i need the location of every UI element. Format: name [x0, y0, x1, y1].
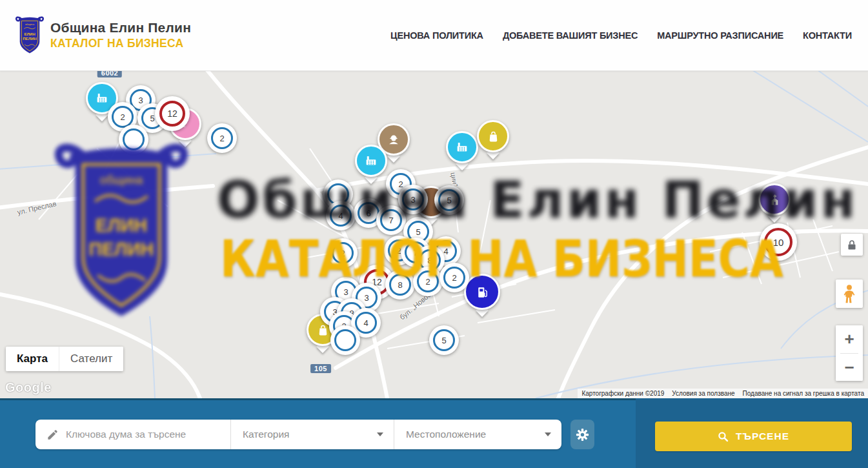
map-cluster-marker[interactable]: 8 — [385, 270, 415, 300]
map-cluster-marker[interactable]: 12 — [155, 96, 190, 131]
map-pin-marker-factory[interactable] — [355, 145, 387, 184]
map-pin-marker-church[interactable] — [758, 183, 791, 223]
lock-icon — [847, 239, 856, 250]
search-button[interactable]: ТЪРСЕНЕ — [655, 422, 852, 451]
nav-route-schedule[interactable]: МАРШРУТНО РАЗПИСАНИЕ — [657, 30, 783, 41]
nav-contacts[interactable]: КОНТАКТИ — [803, 30, 852, 41]
nav-add-your-business[interactable]: ДОБАВЕТЕ ВАШИЯТ БИЗНЕС — [503, 30, 638, 41]
brand-text: Община Елин Пелин КАТАЛОГ НА БИЗНЕСА — [50, 20, 191, 50]
map-pin-marker-bag[interactable] — [477, 120, 509, 159]
search-form: Категория Местоположение — [35, 420, 561, 449]
logo-name-line2: ПЕЛИН — [23, 36, 37, 41]
map-cluster-marker[interactable]: 2 — [207, 123, 237, 153]
map-attribution: Картографски данни ©2019 Условия за полз… — [578, 389, 868, 398]
lock-button[interactable] — [841, 234, 863, 256]
search-button-label: ТЪРСЕНЕ — [736, 431, 789, 442]
attribution-report-error-link[interactable]: Подаване на сигнал за грешка в картата — [743, 390, 864, 397]
map-cluster-marker[interactable]: 2 — [413, 267, 443, 296]
advanced-search-button[interactable] — [570, 420, 594, 449]
map-cluster-marker[interactable]: 5 — [429, 325, 459, 355]
main-nav: ЦЕНОВА ПОЛИТИКА ДОБАВЕТЕ ВАШИЯТ БИЗНЕС М… — [390, 30, 852, 41]
zoom-out-button[interactable]: − — [836, 354, 863, 382]
zoom-in-button[interactable]: + — [836, 325, 863, 353]
keyword-input[interactable] — [66, 429, 221, 440]
search-icon — [718, 431, 729, 442]
map-cluster-marker[interactable]: 4 — [326, 201, 356, 230]
gear-icon — [576, 428, 589, 442]
search-bar: Категория Местоположение — [0, 398, 868, 468]
map-type-control: Карта Сателит — [6, 347, 123, 371]
map-cluster-marker[interactable] — [330, 325, 360, 355]
logo-name-line1: ЕЛИН — [24, 31, 35, 36]
pegman-icon — [842, 284, 856, 304]
category-select-label: Категория — [243, 429, 289, 440]
pencil-icon — [46, 429, 59, 441]
map-cluster-marker[interactable] — [119, 125, 148, 154]
logo-small-text: община — [25, 22, 35, 25]
site-title: Община Елин Пелин — [50, 20, 191, 36]
map-type-map-button[interactable]: Карта — [6, 347, 59, 371]
zoom-control: + − — [836, 325, 863, 381]
site-subtitle: КАТАЛОГ НА БИЗНЕСА — [50, 37, 191, 50]
attribution-terms-link[interactable]: Условия за ползване — [672, 390, 734, 397]
map-cluster-marker[interactable]: 2 — [439, 263, 469, 292]
location-select[interactable]: Местоположение — [394, 420, 561, 449]
chevron-down-icon — [377, 432, 383, 436]
map-canvas[interactable]: 6002105ул. Преславбул. „Новоселции” 3251… — [0, 71, 868, 398]
chevron-down-icon — [545, 432, 551, 436]
municipality-logo: община ЕЛИН ПЕЛИН — [15, 15, 44, 56]
map-cluster-marker[interactable]: 7 — [376, 205, 406, 235]
map-cluster-marker[interactable]: 2 — [328, 238, 358, 268]
header: община ЕЛИН ПЕЛИН Община Елин Пелин КАТА… — [0, 0, 868, 71]
street-view-pegman[interactable] — [836, 280, 863, 308]
map-pin-marker-fuel[interactable] — [464, 274, 500, 317]
map-cluster-marker[interactable]: 3 — [398, 185, 428, 214]
map-cluster-marker[interactable]: 5 — [434, 185, 464, 215]
map-type-satellite-button[interactable]: Сателит — [59, 347, 123, 371]
google-logo[interactable]: Google — [5, 380, 52, 395]
map-pin-marker-factory[interactable] — [446, 131, 478, 170]
nav-pricing-policy[interactable]: ЦЕНОВА ПОЛИТИКА — [390, 30, 483, 41]
category-select[interactable]: Категория — [230, 420, 394, 449]
attribution-copyright: Картографски данни ©2019 — [581, 390, 664, 397]
keyword-field — [35, 420, 230, 449]
location-select-label: Местоположение — [406, 429, 486, 440]
map-cluster-marker[interactable]: 10 — [760, 223, 797, 261]
page: община ЕЛИН ПЕЛИН Община Елин Пелин КАТА… — [0, 0, 868, 468]
brand-home-link[interactable]: община ЕЛИН ПЕЛИН Община Елин Пелин КАТА… — [15, 15, 191, 56]
